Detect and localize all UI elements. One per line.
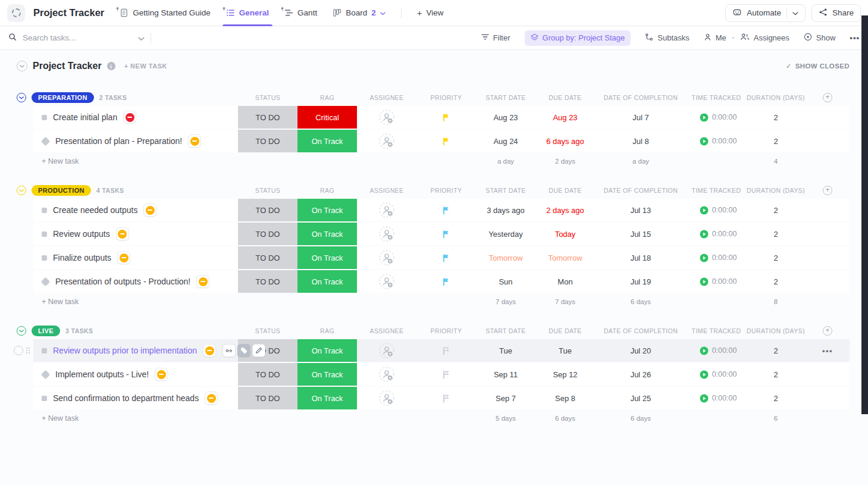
start-timer-icon[interactable] (700, 113, 709, 122)
add-assignee-icon[interactable] (379, 250, 394, 265)
collapse-all-chevron[interactable] (17, 61, 27, 71)
start-timer-icon[interactable] (700, 277, 709, 286)
rag-cell[interactable]: On Track (297, 339, 357, 362)
column-header[interactable]: DUE DATE (535, 183, 595, 198)
assignee-cell[interactable] (357, 130, 416, 152)
rag-cell[interactable]: On Track (297, 130, 357, 152)
search-input[interactable] (23, 33, 112, 42)
rag-cell[interactable]: On Track (297, 270, 357, 293)
due-date-cell[interactable]: Sep 12 (535, 363, 595, 386)
completion-date-cell[interactable]: Jul 7 (595, 106, 687, 129)
column-header[interactable]: STATUS (238, 90, 297, 105)
priority-cell[interactable] (416, 363, 476, 386)
time-tracked-cell[interactable]: 0:00:00 (687, 363, 746, 386)
priority-cell[interactable] (416, 270, 476, 293)
task-title[interactable]: Create needed outputs (53, 205, 137, 215)
task-title[interactable]: Review outputs prior to implementation (53, 346, 197, 355)
column-header[interactable]: PRIORITY (416, 324, 476, 338)
column-header[interactable]: DURATION (DAYS) (746, 90, 806, 105)
column-header[interactable]: STATUS (238, 183, 297, 198)
completion-date-cell[interactable]: Jul 19 (595, 270, 687, 293)
task-row[interactable]: Presentation of plan - Preparation! TO D… (33, 130, 850, 152)
new-task-button[interactable]: + New task (33, 154, 238, 169)
duration-cell[interactable]: 2 (746, 106, 806, 129)
add-assignee-icon[interactable] (379, 343, 394, 358)
add-assignee-icon[interactable] (379, 390, 394, 406)
start-timer-icon[interactable] (700, 254, 709, 262)
duration-cell[interactable]: 2 (746, 130, 806, 152)
share-button[interactable]: Share (811, 4, 861, 22)
start-timer-icon[interactable] (700, 346, 709, 355)
column-header[interactable]: ASSIGNEE (357, 90, 416, 105)
add-assignee-icon[interactable] (379, 202, 394, 218)
task-flag-badge[interactable] (117, 251, 130, 264)
status-cell[interactable]: TO DO (238, 363, 297, 386)
status-cell[interactable]: TO DO (238, 246, 297, 269)
dependency-icon[interactable] (223, 344, 236, 357)
chevron-down-icon[interactable] (138, 33, 145, 43)
priority-cell[interactable] (416, 106, 476, 129)
time-tracked-cell[interactable]: 0:00:00 (687, 246, 746, 269)
duration-cell[interactable]: 2 (746, 339, 806, 362)
time-tracked-cell[interactable]: 0:00:00 (687, 130, 746, 152)
assignee-cell[interactable] (357, 223, 416, 245)
task-flag-badge[interactable] (143, 204, 156, 217)
rag-cell[interactable]: On Track (297, 223, 357, 245)
task-row[interactable]: Review outputs prior to implementation T… (33, 339, 850, 362)
add-assignee-icon[interactable] (379, 133, 394, 149)
priority-cell[interactable] (416, 223, 476, 245)
rag-cell[interactable]: On Track (297, 363, 357, 386)
task-flag-badge[interactable] (188, 134, 201, 148)
info-icon[interactable]: i (107, 62, 115, 70)
duration-cell[interactable]: 2 (746, 246, 806, 269)
tab-board[interactable]: Board 2 (333, 0, 386, 26)
tab-gantt[interactable]: Gantt (284, 0, 317, 26)
time-tracked-cell[interactable]: 0:00:00 (687, 223, 746, 245)
automate-button[interactable]: Automate (725, 4, 806, 22)
rag-cell[interactable]: On Track (297, 246, 357, 269)
start-date-cell[interactable]: Tue (476, 339, 535, 362)
group-name-badge[interactable]: LIVE (32, 326, 60, 336)
due-date-cell[interactable]: Tomorrow (535, 246, 595, 269)
start-date-cell[interactable]: Yesterday (476, 223, 535, 245)
task-flag-badge[interactable] (123, 111, 136, 124)
add-assignee-icon[interactable] (379, 109, 394, 125)
due-date-cell[interactable]: 6 days ago (535, 130, 595, 152)
group-collapse-chevron[interactable] (17, 326, 26, 336)
task-row[interactable]: Implement outputs - Live! TO DO On Track… (33, 363, 850, 386)
time-tracked-cell[interactable]: 0:00:00 (687, 339, 746, 362)
start-date-cell[interactable]: Sep 7 (476, 387, 535, 409)
start-date-cell[interactable]: Sun (476, 270, 535, 293)
column-header[interactable]: START DATE (476, 183, 535, 198)
start-date-cell[interactable]: Sep 11 (476, 363, 535, 386)
task-row[interactable]: Review outputs TO DO On Track Yesterday … (33, 223, 850, 245)
add-assignee-icon[interactable] (379, 367, 394, 382)
assignee-cell[interactable] (357, 363, 416, 386)
task-select-radio[interactable] (14, 346, 23, 355)
new-task-button[interactable]: + New task (33, 411, 238, 426)
priority-cell[interactable] (416, 339, 476, 362)
column-header[interactable]: DUE DATE (535, 90, 595, 105)
new-task-button-top[interactable]: + NEW TASK (124, 62, 167, 70)
task-row[interactable]: Send confirmation to department heads TO… (33, 387, 850, 409)
task-title[interactable]: Review outputs (53, 229, 110, 239)
start-date-cell[interactable]: 3 days ago (476, 199, 535, 221)
tab-getting-started-guide[interactable]: Getting Started Guide (120, 0, 211, 26)
add-column-button[interactable]: + (823, 93, 832, 102)
group-by-button[interactable]: Group by: Project Stage (525, 30, 631, 46)
show-closed-toggle[interactable]: ✓ SHOW CLOSED (786, 62, 850, 70)
assignee-cell[interactable] (357, 199, 416, 221)
tab-general[interactable]: General (226, 0, 269, 26)
column-header[interactable]: TIME TRACKED (687, 183, 746, 198)
due-date-cell[interactable]: 2 days ago (535, 199, 595, 221)
status-cell[interactable]: TO DO (238, 387, 297, 409)
column-header[interactable]: ASSIGNEE (357, 183, 416, 198)
assignee-cell[interactable] (357, 270, 416, 293)
task-flag-badge[interactable] (203, 344, 216, 357)
completion-date-cell[interactable]: Jul 15 (595, 223, 687, 245)
start-timer-icon[interactable] (700, 370, 709, 379)
more-options-button[interactable]: ••• (850, 33, 860, 42)
due-date-cell[interactable]: Today (535, 223, 595, 245)
task-title[interactable]: Presentation of outputs - Production! (55, 277, 190, 286)
rag-cell[interactable]: On Track (297, 387, 357, 409)
